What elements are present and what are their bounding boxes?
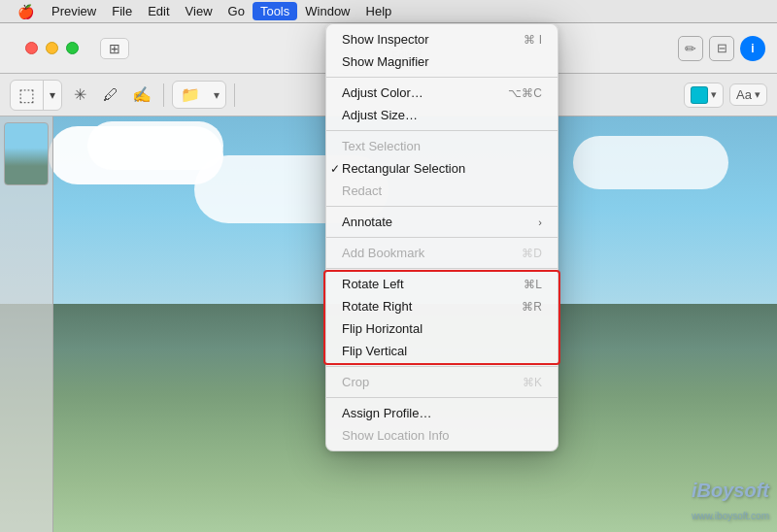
pen-btn[interactable]: 🖊 xyxy=(97,82,124,109)
menu-show-location: Show Location Info xyxy=(326,424,557,447)
menu-show-magnifier[interactable]: Show Magnifier xyxy=(326,50,557,73)
minimize-button[interactable] xyxy=(46,42,58,54)
annotate-label: Annotate xyxy=(342,215,392,229)
menu-text-selection: Text Selection xyxy=(326,135,557,157)
toolbar-sep-2 xyxy=(234,83,235,107)
crop-shortcut: ⌘K xyxy=(523,376,542,389)
selection-tool-group: ⬚ ▾ xyxy=(10,80,62,111)
menubar-view[interactable]: View xyxy=(178,2,220,20)
font-label: Aa xyxy=(736,87,752,102)
menu-assign-profile[interactable]: Assign Profile… xyxy=(326,402,557,424)
show-magnifier-label: Show Magnifier xyxy=(342,54,429,69)
menu-sep-7 xyxy=(326,397,557,398)
menu-annotate[interactable]: Annotate › xyxy=(326,211,557,233)
show-location-label: Show Location Info xyxy=(342,428,450,443)
menubar-tools[interactable]: Tools xyxy=(253,2,297,20)
folder-icon: 📁 xyxy=(173,82,208,108)
assign-profile-label: Assign Profile… xyxy=(342,406,431,420)
menu-rectangular-selection[interactable]: Rectangular Selection xyxy=(326,157,557,180)
menu-adjust-color[interactable]: Adjust Color… ⌥⌘C xyxy=(326,82,557,104)
show-inspector-label: Show Inspector xyxy=(342,32,429,47)
menu-crop: Crop ⌘K xyxy=(326,371,557,393)
crop-label: Crop xyxy=(342,375,369,389)
profile-initial: i xyxy=(751,42,754,55)
rotate-right-shortcut: ⌘R xyxy=(522,300,542,314)
sidebar-toggle-btn[interactable]: ⊟ xyxy=(709,36,734,61)
font-btn[interactable]: Aa ▾ xyxy=(729,83,767,106)
menu-sep-1 xyxy=(326,77,557,78)
menu-add-bookmark: Add Bookmark ⌘D xyxy=(326,242,557,264)
menu-flip-horizontal[interactable]: Flip Horizontal xyxy=(326,317,557,340)
menu-sep-4 xyxy=(326,237,557,238)
color-swatch xyxy=(691,86,708,104)
adjust-size-label: Adjust Size… xyxy=(342,108,418,122)
color-dropdown[interactable]: ▾ xyxy=(711,88,717,101)
menu-sep-3 xyxy=(326,206,557,207)
maximize-button[interactable] xyxy=(66,42,79,54)
annotate-arrow: › xyxy=(538,216,542,228)
menubar: 🍎 Preview File Edit View Go Tools Window… xyxy=(0,0,777,23)
add-bookmark-shortcut: ⌘D xyxy=(522,247,542,260)
flip-vertical-label: Flip Vertical xyxy=(342,344,407,358)
folder-btn[interactable]: 📁 ▾ xyxy=(172,81,226,109)
add-bookmark-label: Add Bookmark xyxy=(342,246,424,260)
flip-horizontal-label: Flip Horizontal xyxy=(342,321,422,336)
folder-dropdown[interactable]: ▾ xyxy=(208,84,225,106)
thumbnails-icon: ⊞ xyxy=(109,41,120,56)
color-picker-btn[interactable]: ▾ xyxy=(684,83,724,108)
rectangular-selection-label: Rectangular Selection xyxy=(342,161,465,176)
sidebar xyxy=(0,116,53,532)
select-dropdown-btn[interactable]: ▾ xyxy=(44,84,61,106)
tools-dropdown-menu: Show Inspector ⌘ I Show Magnifier Adjust… xyxy=(325,23,558,451)
toolbar-right-tools: ▾ Aa ▾ xyxy=(684,83,767,108)
pencil-icon-btn[interactable]: ✏ xyxy=(678,36,703,61)
rotate-left-shortcut: ⌘L xyxy=(524,278,542,291)
menubar-help[interactable]: Help xyxy=(358,2,400,20)
menu-sep-5 xyxy=(326,268,557,269)
menu-sep-2 xyxy=(326,130,557,131)
menubar-go[interactable]: Go xyxy=(220,2,253,20)
close-button[interactable] xyxy=(25,42,38,54)
toolbar-sep-1 xyxy=(163,83,164,107)
menu-rotate-left[interactable]: Rotate Left ⌘L xyxy=(326,273,557,295)
photo-thumb[interactable] xyxy=(4,122,49,185)
menu-redact: Redact xyxy=(326,180,557,202)
traffic-lights xyxy=(12,42,79,54)
toolbar-right: ✏ ⊟ i xyxy=(678,36,765,61)
menu-show-inspector[interactable]: Show Inspector ⌘ I xyxy=(326,28,557,50)
menu-sep-6 xyxy=(326,366,557,367)
redact-label: Redact xyxy=(342,183,382,198)
adjust-color-label: Adjust Color… xyxy=(342,85,423,100)
adjust-color-shortcut: ⌥⌘C xyxy=(508,86,542,100)
apple-menu[interactable]: 🍎 xyxy=(8,4,44,19)
thumbnails-toggle[interactable]: ⊞ xyxy=(100,38,129,59)
show-inspector-shortcut: ⌘ I xyxy=(524,33,542,47)
watermark-text: iBoysoft xyxy=(692,480,769,501)
menu-adjust-size[interactable]: Adjust Size… xyxy=(326,104,557,126)
watermark-domain: www.iboysoft.com xyxy=(692,511,769,521)
cloud-4 xyxy=(573,136,728,189)
cloud-2 xyxy=(87,121,223,170)
menubar-edit[interactable]: Edit xyxy=(140,2,177,20)
rect-select-btn[interactable]: ⬚ xyxy=(11,81,44,110)
menu-flip-vertical[interactable]: Flip Vertical xyxy=(326,340,557,362)
font-dropdown[interactable]: ▾ xyxy=(755,88,760,101)
rotate-right-label: Rotate Right xyxy=(342,299,412,314)
magic-wand-btn[interactable]: ✳ xyxy=(66,82,93,109)
menubar-window[interactable]: Window xyxy=(297,2,357,20)
menu-rotate-right[interactable]: Rotate Right ⌘R xyxy=(326,295,557,317)
rotate-left-label: Rotate Left xyxy=(342,277,404,291)
text-selection-label: Text Selection xyxy=(342,139,421,153)
menubar-preview[interactable]: Preview xyxy=(44,2,104,20)
menubar-file[interactable]: File xyxy=(104,2,140,20)
watermark: iBoysoft www.iboysoft.com xyxy=(692,480,769,524)
signature-btn[interactable]: ✍ xyxy=(128,82,155,109)
profile-icon[interactable]: i xyxy=(740,36,765,61)
